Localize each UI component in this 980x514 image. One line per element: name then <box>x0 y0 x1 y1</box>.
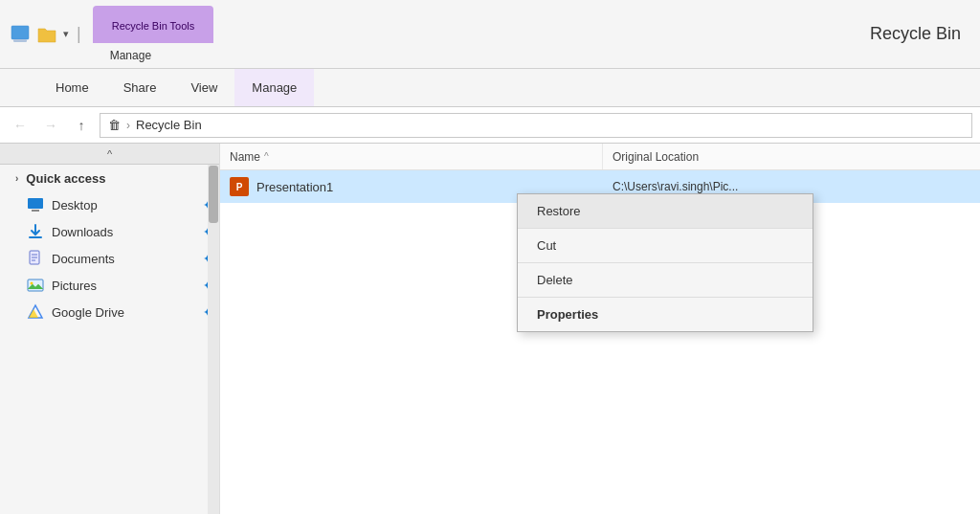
address-bar: ← → ↑ 🗑 › Recycle Bin <box>0 107 980 144</box>
svg-rect-4 <box>29 236 42 238</box>
title-bar-left: ▾ | <box>0 0 93 68</box>
forward-button[interactable]: → <box>38 113 63 138</box>
sidebar-scrollbar-thumb <box>209 166 218 223</box>
title-bar-tabs: Recycle Bin Tools Manage <box>93 0 851 68</box>
recycle-bin-tools-group: Recycle Bin Tools Manage <box>93 0 214 68</box>
sidebar-item-google-drive[interactable]: Google Drive ✦ <box>0 299 219 325</box>
back-button[interactable]: ← <box>8 113 33 138</box>
title-bar: ▾ | Recycle Bin Tools Manage Recycle Bin <box>0 0 980 69</box>
col-name[interactable]: Name ^ <box>220 144 603 169</box>
separator: | <box>77 24 81 44</box>
downloads-label: Downloads <box>52 225 113 239</box>
path-recycle-icon: 🗑 <box>108 118 121 132</box>
downloads-icon <box>27 223 44 240</box>
sidebar-item-quick-access[interactable]: › Quick access <box>0 165 219 191</box>
tab-home[interactable]: Home <box>38 69 106 106</box>
tab-share[interactable]: Share <box>106 69 174 106</box>
sidebar-scroll-up[interactable]: ^ <box>0 144 219 165</box>
col-location-label: Original Location <box>612 150 699 164</box>
path-separator: › <box>126 119 130 132</box>
ctx-item-restore[interactable]: Restore <box>518 194 813 229</box>
manage-tab[interactable]: Manage <box>93 43 168 68</box>
desktop-label: Desktop <box>52 198 98 212</box>
col-location[interactable]: Original Location <box>603 144 980 169</box>
col-name-label: Name <box>230 150 260 164</box>
svg-rect-9 <box>28 279 43 291</box>
main-area: ^ › Quick access Desktop ✦ Downloads <box>0 144 980 514</box>
path-label: Recycle Bin <box>136 118 202 132</box>
sidebar-item-pictures[interactable]: Pictures ✦ <box>0 272 219 299</box>
tab-view[interactable]: View <box>173 69 234 106</box>
dropdown-arrow[interactable]: ▾ <box>63 28 69 40</box>
manage-tab-row: Manage <box>93 41 214 68</box>
svg-marker-12 <box>29 309 38 318</box>
pictures-label: Pictures <box>52 279 97 293</box>
google-drive-icon <box>27 303 44 321</box>
context-menu: Restore Cut Delete Properties <box>517 193 813 332</box>
svg-rect-3 <box>32 210 39 212</box>
sort-arrow: ^ <box>264 151 269 162</box>
quick-access-label: Quick access <box>26 171 105 186</box>
sidebar: ^ › Quick access Desktop ✦ Downloads <box>0 144 220 514</box>
sidebar-item-desktop[interactable]: Desktop ✦ <box>0 191 219 218</box>
file-name: Presentation1 <box>256 180 333 194</box>
ctx-item-delete[interactable]: Delete <box>518 263 813 298</box>
desktop-icon <box>27 196 44 213</box>
sidebar-item-downloads[interactable]: Downloads ✦ <box>0 218 219 245</box>
ribbon-row: Home Share View Manage <box>0 69 980 107</box>
documents-label: Documents <box>52 252 115 266</box>
ctx-item-properties[interactable]: Properties <box>518 298 813 331</box>
tab-manage[interactable]: Manage <box>234 69 314 106</box>
new-folder-icon[interactable] <box>36 24 57 45</box>
window-title-area: Recycle Bin <box>851 0 980 68</box>
file-header: Name ^ Original Location <box>220 144 980 170</box>
documents-icon <box>27 250 44 267</box>
address-path[interactable]: 🗑 › Recycle Bin <box>100 113 972 138</box>
svg-rect-1 <box>13 39 27 42</box>
sidebar-item-documents[interactable]: Documents ✦ <box>0 245 219 272</box>
ppt-icon: P <box>230 177 249 196</box>
file-row-location: C:\Users\ravi.singh\Pic... <box>603 180 980 193</box>
google-drive-label: Google Drive <box>52 305 124 320</box>
ctx-item-cut[interactable]: Cut <box>518 229 813 263</box>
up-button[interactable]: ↑ <box>69 113 94 138</box>
svg-rect-2 <box>28 198 43 209</box>
quick-access-icon[interactable] <box>10 24 31 45</box>
quick-access-arrow: › <box>15 173 18 184</box>
svg-rect-0 <box>11 26 29 39</box>
window-title: Recycle Bin <box>870 24 961 44</box>
file-area: Name ^ Original Location P Presentation1… <box>220 144 980 514</box>
recycle-bin-tools-label: Recycle Bin Tools <box>93 6 214 41</box>
sidebar-scrollbar[interactable] <box>208 165 219 514</box>
pictures-icon <box>27 277 44 294</box>
